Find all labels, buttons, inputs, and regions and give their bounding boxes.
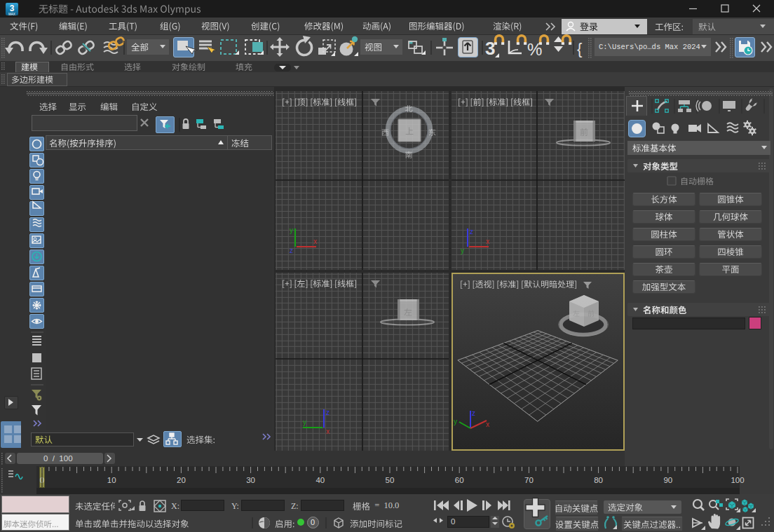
svg-text:x: x [486,238,489,245]
svg-text:z: z [470,228,473,236]
svg-text:x: x [326,428,330,435]
svg-text:y: y [303,418,306,426]
svg-text:z: z [472,409,475,417]
svg-text:z: z [326,409,330,416]
svg-text:x: x [313,238,317,245]
svg-text:MAX: MAX [8,13,15,16]
svg-text:3: 3 [485,38,495,59]
svg-text:x: x [486,421,489,428]
svg-text:{: { [577,40,582,57]
svg-text:z: z [290,247,293,254]
svg-text:y: y [290,226,293,234]
svg-text:y: y [454,418,457,425]
svg-text:y: y [461,247,464,254]
